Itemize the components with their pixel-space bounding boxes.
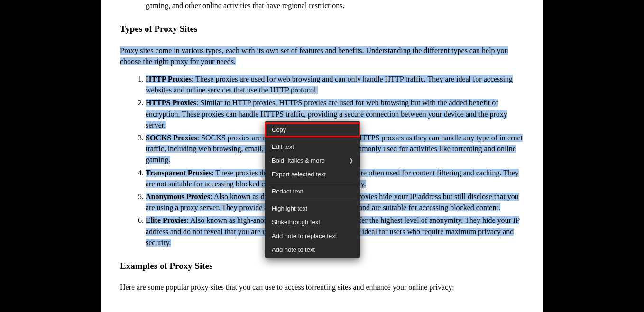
ctx-redact-text[interactable]: Redact text [265,184,360,198]
ctx-strikethrough-text[interactable]: Strikethrough text [265,215,360,229]
ctx-export-selected[interactable]: Export selected text [265,167,360,181]
context-menu[interactable]: Copy Edit text Bold, Italics & more ❯ Ex… [265,121,360,258]
separator [269,183,356,183]
chevron-right-icon: ❯ [349,157,353,164]
list-item: HTTP Proxies: These proxies are used for… [146,73,524,95]
ctx-edit-text[interactable]: Edit text [265,140,360,154]
ctx-add-note[interactable]: Add note to text [265,243,360,257]
types-intro: Proxy sites come in various types, each … [120,45,524,67]
ctx-copy[interactable]: Copy [265,123,360,137]
examples-intro: Here are some popular proxy sites that y… [120,282,524,293]
ctx-highlight-text[interactable]: Highlight text [265,202,360,215]
heading-examples: Examples of Proxy Sites [120,259,524,273]
separator [269,138,356,138]
ctx-bold-italics[interactable]: Bold, Italics & more ❯ [265,154,360,167]
separator [269,200,356,200]
ctx-add-note-replace[interactable]: Add note to replace text [265,229,360,243]
heading-types: Types of Proxy Sites [120,22,524,36]
intro-tail: gaming, and other online activities that… [146,0,524,11]
selected-text: Proxy sites come in various types, each … [120,46,508,65]
